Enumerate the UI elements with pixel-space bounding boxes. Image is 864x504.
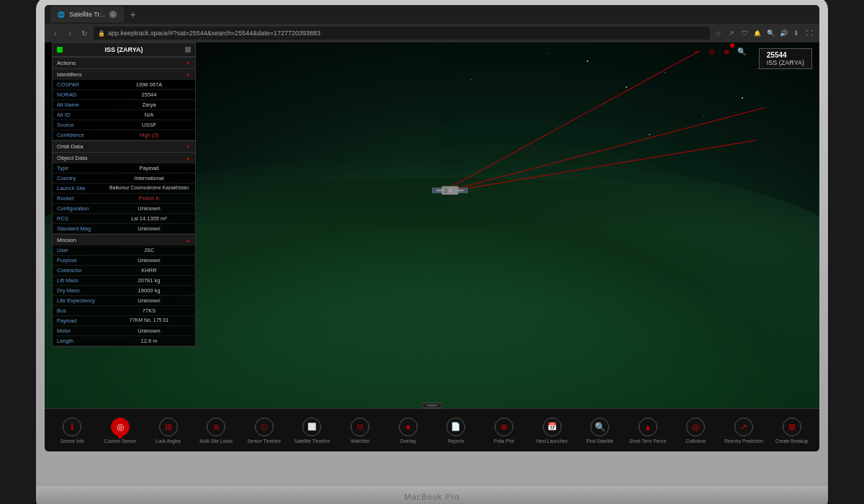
bookmark-icon[interactable]: ☆ [714,29,723,37]
find-satellite-icon: 🔍 [590,418,609,436]
power-icon[interactable]: ⊗ [721,45,732,57]
contractor-row: Contractor KHRR [53,266,195,276]
back-button[interactable]: ‹ [50,28,60,38]
user-row: User JSC [53,246,195,256]
look-angles-icon: ⊞ [159,418,178,436]
url-input[interactable]: 🔒 app.keeptrack.space/#?sat=25544&search… [94,27,710,40]
length-row: Length 12.6 m [53,336,195,346]
next-launches-icon-wrap: 📅 [542,417,562,437]
fullscreen-icon[interactable]: ⛶ [805,29,814,37]
toolbar-sensor-info[interactable]: ℹ Sensor Info [53,417,92,444]
browser-tab[interactable]: 🌐 Satellite Tr... × [50,6,124,22]
search-ctrl-icon[interactable]: 🔍 [736,45,747,57]
altname-label: Alt Name [57,102,107,108]
stdmag-label: Standard Mag [57,225,107,232]
section-orbit[interactable]: Orbit Data ▼ [53,140,195,152]
rcs-value: Lsl 14.1355 m² [107,215,191,222]
svg-rect-8 [449,188,451,193]
section-object[interactable]: Object Data ▲ [53,152,195,163]
cospar-row: COSPAR 1998 067A [53,80,195,90]
search-icon[interactable]: 🔍 [766,29,775,37]
payload-row: Payload 77KM No. 175 01 [53,316,195,326]
country-row: Country International [53,174,195,184]
download-icon[interactable]: ⬇ [792,29,801,37]
rcs-label: RCS [57,215,107,222]
drymass-row: Dry Mass 19000 kg [53,286,195,296]
length-value: 12.6 m [107,338,191,344]
forward-button[interactable]: › [65,28,75,38]
app-area: 15 25544 ISS (ZARYA) ○ ◎ ⊗ 🔍 [45,42,819,451]
toolbar-custom-sensor[interactable]: ◎ Custom Sensor [100,417,140,444]
norad-value: 25544 [107,91,191,98]
polar-plot-label: Polar Plot [494,438,514,444]
toolbar-reports[interactable]: 📄 Reports [436,417,476,444]
refresh-button[interactable]: ↻ [79,28,89,38]
alert-icon[interactable]: 🔔 [753,29,762,37]
circle-icon[interactable]: ○ [690,45,702,57]
toolbar-watchlist[interactable]: ⊟ Watchlist [341,417,380,444]
orbit-label: Orbit Data [57,143,83,150]
stdmag-value: Unknown [107,225,191,232]
toolbar-next-launches[interactable]: 📅 Next Launches [532,417,572,444]
drag-handle[interactable] [421,402,443,408]
reentry-label: Reentry Prediction [724,438,762,444]
overlay-icon: ◈ [399,418,418,436]
laptop-brand: MacBook Pro [404,492,459,501]
source-value: USSF [107,122,191,128]
motor-label: Motor [57,328,107,334]
sat-timeline-label: Satellite Timeline [294,438,330,444]
top-controls: ○ ◎ ⊗ 🔍 [690,45,747,57]
drymass-label: Dry Mass [57,287,107,294]
svg-rect-9 [453,188,456,193]
satellite-visual [432,181,468,202]
launch-site-value: Baikonur Cosmodrome Kazakhstan [107,185,191,192]
speaker-icon[interactable]: 🔊 [779,29,788,37]
type-row: Type Payload [53,163,195,174]
new-tab-button[interactable]: + [127,8,140,21]
toolbar-look-angles[interactable]: ⊞ Look Angles [148,417,188,444]
toolbar-multi-site[interactable]: ≡ Multi Site Looks [197,417,236,444]
toolbar-create-breakup[interactable]: ⊠ Create Breakup [772,417,811,444]
rocket-label: Rocket [57,195,107,202]
rocket-row: Rocket Proton K [53,194,195,204]
source-label: Source [57,122,107,128]
overlay-icon-wrap: ◈ [398,417,418,437]
next-launches-icon: 📅 [543,418,562,436]
bottom-toolbar: ℹ Sensor Info ◎ Custom Sensor [45,408,819,451]
watchlist-icon-wrap: ⊟ [350,417,370,437]
shield-icon[interactable]: 🛡 [740,29,749,37]
sensor-info-label: Sensor Info [60,438,84,444]
reports-label: Reports [448,438,464,444]
address-bar: ‹ › ↻ 🔒 app.keeptrack.space/#?sat=25544&… [45,24,819,42]
toolbar-short-term-fence[interactable]: ▲ Short Term Fence [628,417,667,444]
toolbar-find-satellite[interactable]: 🔍 Find Satellite [580,417,620,444]
browser-chrome: 🌐 Satellite Tr... × + ‹ › ↻ 🔒 app.keeptr… [45,5,819,42]
section-actions[interactable]: Actions ▼ [53,57,195,68]
section-identifiers[interactable]: Identifiers ▲ [53,68,195,80]
toolbar-overlay[interactable]: ◈ Overlay [388,417,428,444]
share-icon[interactable]: ↗ [727,29,736,37]
toolbar-sensor-timeline[interactable]: ◫ Sensor Timeline [244,417,284,444]
toolbar-polar-plot[interactable]: ⊕ Polar Plot [484,417,523,444]
sensor-info-icon-wrap: ℹ [62,417,82,437]
status-dot-green [57,47,63,53]
sound-icon[interactable]: ◎ [706,45,717,57]
toolbar-reentry[interactable]: ↗ Reentry Prediction [724,417,764,444]
type-value: Payload [107,165,191,171]
section-mission[interactable]: Mission ▲ [53,234,195,246]
config-row: Configuration Unknown [53,204,195,214]
info-panel: ISS (ZARYA) Actions ▼ Identifiers ▲ [52,42,196,347]
polar-plot-icon-wrap: ⊕ [494,417,514,437]
toolbar-collisions[interactable]: ◎ Collisions [676,417,716,444]
actions-label: Actions [57,60,76,66]
short-term-fence-icon: ▲ [639,418,657,436]
find-satellite-icon-wrap: 🔍 [590,417,610,437]
toolbar-sat-timeline[interactable]: ⬜ Satellite Timeline [292,417,332,444]
confidence-label: Confidence [57,132,107,138]
custom-sensor-icon-wrap: ◎ [110,417,130,437]
sensor-timeline-icon-wrap: ◫ [254,417,274,437]
multi-site-icon-wrap: ≡ [206,417,226,437]
tab-close-button[interactable]: × [109,11,117,18]
motor-row: Motor Unknown [53,326,195,336]
status-dot-grey [185,47,191,53]
